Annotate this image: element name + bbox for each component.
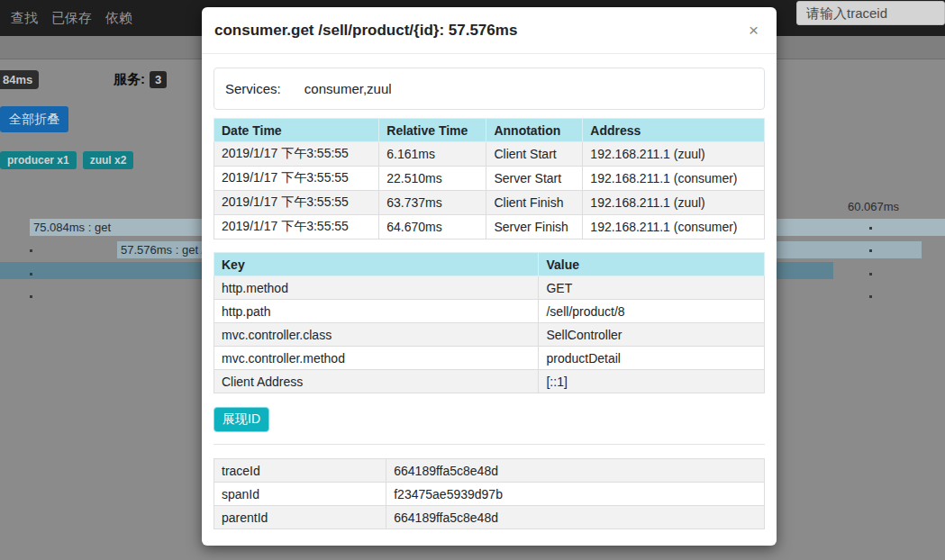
table-cell: 63.737ms: [379, 191, 486, 215]
table-row: 2019/1/17 下午3:55:5564.670msServer Finish…: [214, 215, 765, 239]
close-icon[interactable]: ×: [743, 20, 764, 41]
timeline-tick-dot: [30, 249, 32, 252]
table-cell: GET: [539, 276, 765, 300]
table-cell: 192.168.211.1 (consumer): [583, 215, 765, 239]
table-row: mvc.controller.classSellController: [214, 323, 765, 347]
table-row: spanIdf23475ae5939d97b: [214, 483, 765, 506]
services-box: Services: consumer,zuul: [214, 68, 765, 110]
table-cell: 192.168.211.1 (consumer): [583, 167, 765, 191]
table-cell: Server Finish: [486, 215, 583, 239]
column-header: Date Time: [214, 119, 379, 142]
table-cell: 64.670ms: [379, 215, 486, 239]
timeline-tick-dot: [30, 295, 32, 298]
table-cell: SellController: [539, 323, 765, 347]
table-cell: 6.161ms: [379, 142, 486, 167]
annotations-header-row: Date TimeRelative TimeAnnotationAddress: [214, 119, 765, 142]
nav-item-dependencies[interactable]: 依赖: [105, 10, 132, 27]
table-cell: 192.168.211.1 (zuul): [583, 142, 765, 167]
tags-table: KeyValue http.methodGEThttp.path/sell/pr…: [214, 252, 765, 393]
table-cell: Server Start: [486, 167, 583, 191]
services-box-value: consumer,zuul: [304, 81, 392, 96]
table-cell: http.method: [214, 276, 539, 300]
table-cell: 664189ffa5c8e48d: [386, 506, 765, 529]
services-count-label: 服务:: [114, 71, 145, 88]
table-cell: 22.510ms: [379, 167, 486, 191]
timeline-tick-dot: [869, 227, 872, 230]
table-cell: spanId: [214, 483, 386, 506]
table-cell: mvc.controller.class: [214, 323, 539, 347]
nav-item-find[interactable]: 查找: [11, 10, 38, 27]
table-cell: http.path: [214, 300, 539, 323]
collapse-all-button[interactable]: 全部折叠: [0, 106, 68, 132]
nav-item-saved[interactable]: 已保存: [51, 10, 92, 27]
services-box-label: Services:: [225, 81, 281, 96]
modal-body: Services: consumer,zuul Date TimeRelativ…: [202, 54, 777, 529]
table-cell: 2019/1/17 下午3:55:55: [214, 215, 379, 239]
table-row: mvc.controller.methodproductDetail: [214, 347, 765, 370]
services-count-badge: 3: [150, 71, 167, 88]
table-row: http.path/sell/product/8: [214, 300, 765, 323]
table-cell: 2019/1/17 下午3:55:55: [214, 167, 379, 191]
column-header: Key: [214, 253, 539, 276]
table-cell: Client Address: [214, 370, 539, 393]
annotations-table: Date TimeRelative TimeAnnotationAddress …: [214, 118, 765, 239]
table-row: parentId664189ffa5c8e48d: [214, 506, 765, 529]
table-cell: traceId: [214, 459, 386, 483]
table-cell: f23475ae5939d97b: [386, 483, 765, 506]
table-row: http.methodGET: [214, 276, 765, 300]
modal-divider: [214, 444, 765, 445]
timeline-tick-dot: [869, 249, 872, 252]
table-row: 2019/1/17 下午3:55:5563.737msClient Finish…: [214, 191, 765, 215]
table-cell: 2019/1/17 下午3:55:55: [214, 191, 379, 215]
show-ids-button[interactable]: 展现ID: [214, 407, 269, 432]
table-cell: /sell/product/8: [539, 300, 765, 323]
table-cell: mvc.controller.method: [214, 347, 539, 370]
table-cell: Client Start: [486, 142, 583, 167]
traceid-input[interactable]: [796, 1, 945, 25]
table-row: Client Address[::1]: [214, 370, 765, 393]
tags-header-row: KeyValue: [214, 253, 765, 276]
column-header: Address: [583, 119, 765, 142]
services-count-group: 服务: 3: [114, 71, 167, 88]
modal-header: consumer.get /sell/product/{id}: 57.576m…: [202, 7, 777, 54]
column-header: Annotation: [486, 119, 583, 142]
table-cell: 664189ffa5c8e48d: [386, 459, 765, 483]
modal-title: consumer.get /sell/product/{id}: 57.576m…: [214, 22, 743, 40]
column-header: Relative Time: [379, 119, 486, 142]
table-row: 2019/1/17 下午3:55:5522.510msServer Start1…: [214, 167, 765, 191]
table-cell: productDetail: [539, 347, 765, 370]
table-cell: parentId: [214, 506, 386, 529]
table-cell: 192.168.211.1 (zuul): [583, 191, 765, 215]
span-detail-modal: consumer.get /sell/product/{id}: 57.576m…: [202, 7, 777, 546]
ids-table: traceId664189ffa5c8e48dspanIdf23475ae593…: [214, 458, 765, 529]
service-tag-row: producer x1 zuul x2: [0, 151, 133, 169]
trace-duration-badge: 84ms: [0, 70, 39, 89]
table-cell: [::1]: [539, 370, 765, 393]
table-cell: Client Finish: [486, 191, 583, 215]
table-row: 2019/1/17 下午3:55:556.161msClient Start19…: [214, 142, 765, 167]
service-tag-zuul[interactable]: zuul x2: [83, 151, 134, 169]
timeline-tick-label: 60.067ms: [848, 200, 899, 213]
timeline-tick-dot: [30, 273, 32, 275]
table-cell: 2019/1/17 下午3:55:55: [214, 142, 379, 167]
table-row: traceId664189ffa5c8e48d: [214, 459, 765, 483]
service-tag-producer[interactable]: producer x1: [0, 151, 77, 169]
timeline-tick-dot: [869, 273, 872, 275]
timeline-tick-dot: [869, 295, 872, 298]
column-header: Value: [539, 253, 765, 276]
